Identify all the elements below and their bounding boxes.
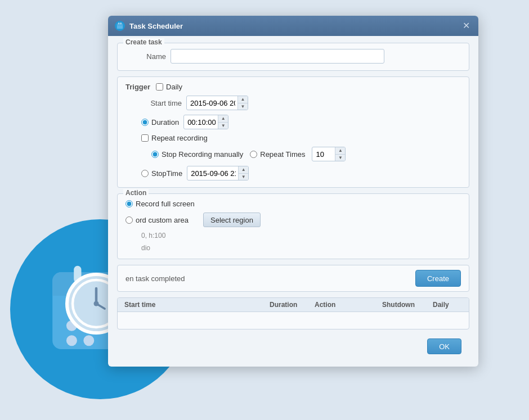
svg-point-13: [66, 335, 77, 346]
footer-bar: OK: [117, 335, 469, 358]
svg-rect-22: [118, 22, 119, 25]
coord-text: 0, h:100: [141, 232, 165, 240]
action-section: Action Record full screen ord custom are…: [117, 193, 469, 259]
duration-up[interactable]: ▲: [218, 115, 228, 123]
start-time-up[interactable]: ▲: [238, 96, 248, 103]
duration-label: Duration: [151, 118, 179, 127]
stop-time-arrows: ▲ ▼: [238, 166, 248, 180]
dialog-title: Task Scheduler: [129, 22, 183, 30]
ok-button[interactable]: OK: [427, 338, 461, 354]
dialog-app-icon: [115, 21, 125, 31]
record-full-screen-radio[interactable]: [125, 200, 133, 207]
task-name-input[interactable]: [171, 49, 384, 64]
name-row: Name: [125, 49, 461, 64]
audio-row: dio: [141, 244, 461, 252]
repeat-times-up[interactable]: ▲: [335, 147, 345, 155]
daily-label: Daily: [166, 83, 182, 91]
start-time-down[interactable]: ▼: [238, 103, 248, 110]
record-custom-label: ord custom area: [136, 216, 189, 224]
record-full-screen-row: Record full screen: [125, 200, 461, 208]
repeat-times-label: Repeat Times: [260, 150, 305, 159]
svg-point-14: [83, 335, 94, 346]
create-button[interactable]: Create: [415, 270, 461, 287]
table-header: Start time Duration Action Shutdown Dail…: [118, 298, 469, 312]
daily-checkbox[interactable]: [156, 83, 163, 91]
repeat-times-radio[interactable]: [250, 151, 257, 158]
col-duration: Duration: [267, 301, 312, 309]
stop-manually-radio[interactable]: [151, 151, 159, 158]
stop-time-row: StopTime ▲ ▼: [141, 166, 461, 180]
stop-time-spinbox: ▲ ▼: [187, 166, 249, 180]
trigger-header-row: Trigger Daily: [125, 83, 461, 91]
record-custom-area-radio[interactable]: [125, 216, 133, 224]
duration-radio-wrap[interactable]: Duration: [141, 118, 179, 127]
stop-time-down[interactable]: ▼: [239, 174, 248, 180]
name-label: Name: [125, 52, 166, 61]
completed-row: en task completed Create: [118, 265, 469, 291]
svg-point-18: [94, 301, 99, 306]
duration-row: Duration ▲ ▼: [141, 115, 461, 129]
task-table: Start time Duration Action Shutdown Dail…: [117, 297, 469, 329]
record-full-screen-label: Record full screen: [136, 200, 195, 208]
col-shutdown: Shutdown: [380, 301, 431, 309]
dialog-titlebar: Task Scheduler ✕: [108, 16, 478, 36]
select-region-button[interactable]: Select region: [203, 213, 261, 227]
record-custom-area-row: ord custom area Select region: [125, 213, 461, 227]
dialog-body: Create task Name Trigger Daily Start tim…: [108, 36, 478, 367]
duration-down[interactable]: ▼: [218, 123, 228, 129]
completed-section: en task completed Create: [117, 265, 469, 292]
repeat-times-arrows: ▲ ▼: [335, 147, 345, 161]
col-start-time: Start time: [122, 301, 267, 309]
record-custom-area-wrap[interactable]: ord custom area: [125, 216, 199, 224]
daily-checkbox-wrap[interactable]: Daily: [156, 83, 182, 91]
stop-time-wrap[interactable]: StopTime: [141, 169, 182, 178]
stop-time-up[interactable]: ▲: [239, 166, 248, 174]
col-daily: Daily: [431, 301, 464, 309]
record-full-screen-wrap[interactable]: Record full screen: [125, 200, 195, 208]
stop-manually-label: Stop Recording manually: [162, 150, 243, 159]
repeat-times-wrap[interactable]: Repeat Times: [250, 150, 305, 159]
dialog-title-left: Task Scheduler: [115, 21, 183, 31]
task-scheduler-dialog: Task Scheduler ✕ Create task Name Trigge…: [108, 16, 478, 367]
repeat-recording-checkbox[interactable]: [141, 134, 149, 142]
start-time-arrows: ▲ ▼: [237, 96, 248, 110]
coord-row: 0, h:100: [141, 232, 461, 240]
start-time-label: Start time: [141, 99, 182, 107]
trigger-section: Trigger Daily Start time ▲ ▼: [117, 76, 469, 188]
repeat-sub-row: Stop Recording manually Repeat Times ▲ ▼: [151, 147, 461, 161]
duration-radio[interactable]: [141, 119, 149, 126]
action-section-label: Action: [123, 189, 149, 197]
create-task-section: Create task Name: [117, 43, 469, 71]
duration-spinbox: ▲ ▼: [183, 115, 228, 129]
repeat-times-spinbox: ▲ ▼: [312, 147, 346, 161]
stop-manually-wrap[interactable]: Stop Recording manually: [151, 150, 243, 159]
repeat-recording-label: Repeat recording: [151, 134, 208, 142]
audio-label: dio: [141, 244, 150, 252]
create-task-label: Create task: [123, 38, 164, 46]
svg-rect-23: [120, 22, 122, 25]
dialog-close-button[interactable]: ✕: [460, 20, 472, 31]
repeat-recording-wrap[interactable]: Repeat recording: [141, 134, 208, 142]
start-time-spinbox: ▲ ▼: [186, 96, 248, 110]
repeat-recording-row: Repeat recording: [141, 134, 461, 142]
duration-arrows: ▲ ▼: [218, 115, 228, 129]
stop-time-label: StopTime: [151, 169, 182, 178]
stop-time-radio[interactable]: [141, 170, 149, 177]
svg-rect-21: [117, 24, 123, 25]
trigger-label: Trigger: [125, 83, 150, 91]
repeat-times-down[interactable]: ▼: [335, 155, 345, 161]
completed-text: en task completed: [125, 274, 185, 283]
start-time-row: Start time ▲ ▼: [141, 96, 461, 110]
table-body: [118, 312, 469, 329]
col-action: Action: [312, 301, 380, 309]
